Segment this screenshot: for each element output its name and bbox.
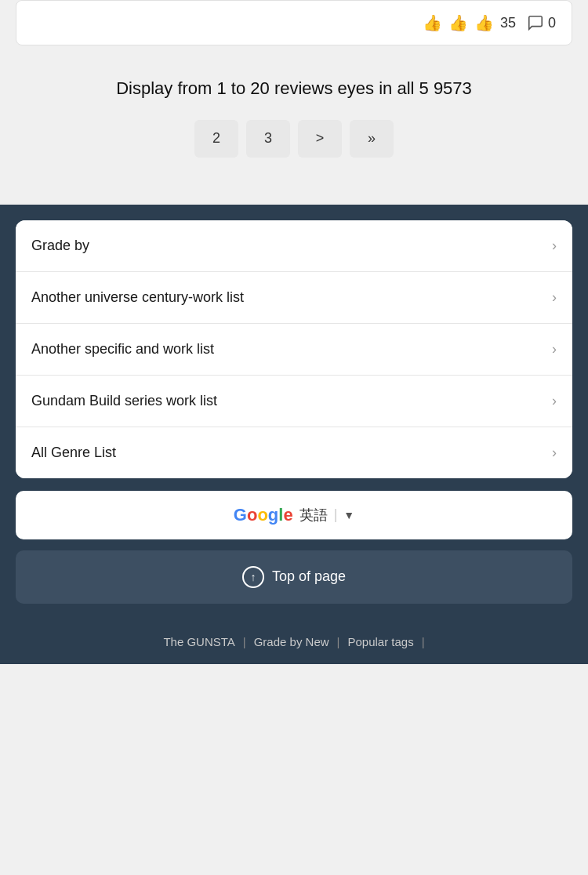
- page-3-button[interactable]: 3: [246, 120, 290, 158]
- top-of-page-icon: ↑: [242, 566, 264, 588]
- thumb-icon-2: 👍: [448, 13, 468, 32]
- menu-label-specific: Another specific and work list: [31, 341, 214, 358]
- footer-link-popular-tags[interactable]: Popular tags: [347, 635, 413, 648]
- menu-label-universe: Another universe century-work list: [31, 289, 244, 306]
- menu-label-all-genre: All Genre List: [31, 445, 116, 461]
- comment-area: 0: [527, 14, 556, 31]
- translate-divider: |: [334, 506, 338, 523]
- translate-bar[interactable]: Google 英語 | ▼: [16, 491, 572, 539]
- dark-section: Grade by › Another universe century-work…: [0, 205, 588, 664]
- page-last-button[interactable]: »: [350, 120, 394, 158]
- top-of-page-label: Top of page: [272, 568, 346, 585]
- translate-text: 英語: [299, 506, 328, 525]
- footer-link-grade-by-new[interactable]: Grade by New: [254, 635, 329, 648]
- top-section: 👍 👍 👍 35 0 Display from 1 to 20 reviews …: [0, 0, 588, 205]
- footer-sep-3: |: [422, 635, 425, 648]
- chevron-right-icon-3: ›: [552, 393, 557, 409]
- pagination: 2 3 > »: [0, 120, 588, 181]
- menu-item-all-genre[interactable]: All Genre List ›: [16, 427, 572, 478]
- page-next-button[interactable]: >: [298, 120, 342, 158]
- comment-icon: [527, 14, 544, 31]
- thumb-icon-3: 👍: [474, 13, 494, 32]
- menu-card: Grade by › Another universe century-work…: [16, 220, 572, 478]
- menu-item-grade-by[interactable]: Grade by ›: [16, 220, 572, 272]
- chevron-right-icon-0: ›: [552, 238, 557, 254]
- menu-label-grade-by: Grade by: [31, 238, 89, 254]
- footer-link-gunsta[interactable]: The GUNSTA: [163, 635, 234, 648]
- page-2-button[interactable]: 2: [194, 120, 238, 158]
- menu-item-gundam-build[interactable]: Gundam Build series work list ›: [16, 376, 572, 427]
- thumb-icon-1: 👍: [423, 13, 442, 32]
- display-text: Display from 1 to 20 reviews eyes in all…: [0, 61, 588, 120]
- chevron-right-icon-4: ›: [552, 445, 557, 461]
- chevron-right-icon-1: ›: [552, 289, 557, 306]
- footer-links: The GUNSTA | Grade by New | Popular tags…: [16, 619, 572, 664]
- thumbs-count: 35: [500, 15, 516, 31]
- chevron-right-icon-2: ›: [552, 341, 557, 358]
- review-card-stub: 👍 👍 👍 35 0: [16, 0, 572, 45]
- menu-item-specific-work[interactable]: Another specific and work list ›: [16, 324, 572, 376]
- menu-label-gundam: Gundam Build series work list: [31, 393, 217, 409]
- translate-dropdown-icon: ▼: [343, 509, 354, 521]
- comment-count: 0: [548, 15, 556, 31]
- menu-item-universe-century[interactable]: Another universe century-work list ›: [16, 272, 572, 324]
- thumbs-row: 👍 👍 👍 35: [423, 13, 516, 32]
- top-of-page-button[interactable]: ↑ Top of page: [16, 550, 572, 604]
- footer-sep-1: |: [243, 635, 246, 648]
- google-logo: Google: [234, 505, 293, 525]
- footer-sep-2: |: [337, 635, 340, 648]
